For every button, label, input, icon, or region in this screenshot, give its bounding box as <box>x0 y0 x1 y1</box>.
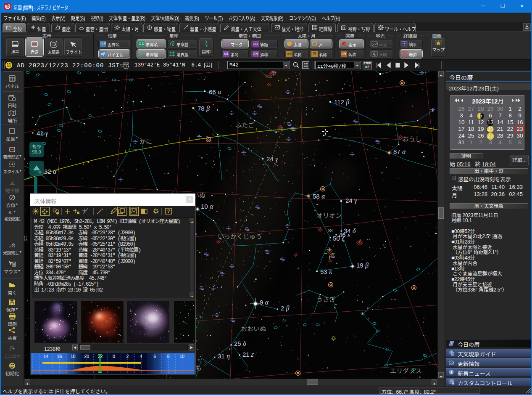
svg-text:ぶ: ぶ <box>24 235 28 242</box>
svg-text:9 α: 9 α <box>260 299 269 306</box>
svg-text:25 δ: 25 δ <box>234 340 246 347</box>
svg-text:50 ζ: 50 ζ <box>333 235 345 242</box>
svg-text:?: ? <box>167 209 170 214</box>
svg-text:おうし: おうし <box>403 135 421 143</box>
svg-text:112 β: 112 β <box>334 98 349 106</box>
svg-text:78 β: 78 β <box>198 105 210 112</box>
svg-text:41 γ: 41 γ <box>37 130 48 137</box>
svg-text:24 γ: 24 γ <box>345 197 357 204</box>
svg-text:21 ε: 21 ε <box>242 351 254 358</box>
svg-text:32 α: 32 α <box>44 168 57 175</box>
svg-text:19 β: 19 β <box>356 262 369 269</box>
svg-text:2 β: 2 β <box>281 305 290 312</box>
svg-text:24 γ: 24 γ <box>266 155 278 163</box>
svg-text:31 η: 31 η <box>218 353 230 360</box>
svg-text:10 α: 10 α <box>201 203 213 210</box>
svg-text:6: 6 <box>153 354 156 359</box>
svg-text:87 α: 87 α <box>393 148 406 155</box>
svg-text:8: 8 <box>167 354 170 359</box>
svg-text:58 α: 58 α <box>313 193 325 200</box>
svg-text:14: 14 <box>43 354 48 359</box>
svg-text:4: 4 <box>140 354 142 359</box>
svg-text:20: 20 <box>84 354 89 359</box>
svg-text:7: 7 <box>450 342 453 345</box>
svg-text:ふたご: ふたご <box>235 122 254 129</box>
svg-text:18: 18 <box>71 354 76 359</box>
svg-text:10: 10 <box>179 354 184 359</box>
svg-text:0: 0 <box>113 354 115 359</box>
svg-text:53 κ: 53 κ <box>320 268 332 275</box>
svg-text:エリダヌス: エリダヌス <box>390 367 421 374</box>
svg-text:うさぎ: うさぎ <box>316 296 335 303</box>
svg-text:SN: SN <box>5 5 9 8</box>
svg-text:いっかくじゅう: いっかくじゅう <box>218 233 262 240</box>
svg-text:16: 16 <box>57 354 62 359</box>
svg-text:2: 2 <box>126 354 129 359</box>
svg-text:NOW: NOW <box>123 61 129 64</box>
svg-text:66 α: 66 α <box>209 88 221 95</box>
svg-text:i: i <box>451 370 452 374</box>
svg-text:おおいぬ: おおいぬ <box>241 325 266 332</box>
svg-text:オリオン: オリオン <box>316 212 342 219</box>
svg-text:かに: かに <box>140 138 152 145</box>
